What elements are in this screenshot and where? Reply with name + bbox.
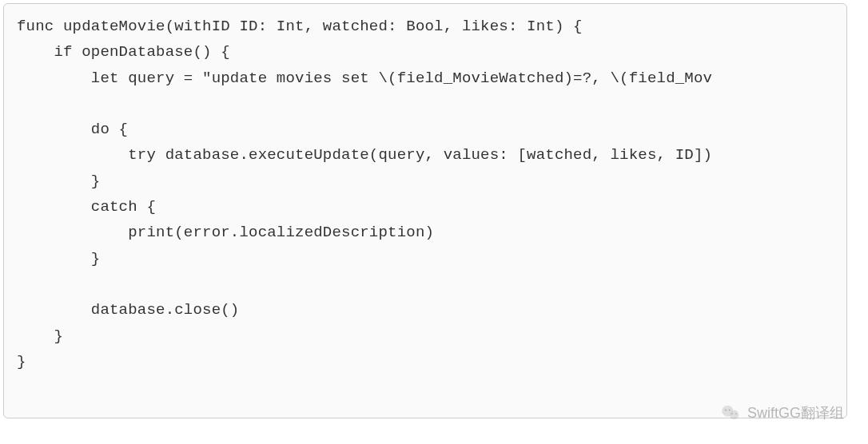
watermark-text: SwiftGG翻译组	[747, 403, 844, 422]
code-line: database.close()	[17, 301, 239, 319]
code-line: print(error.localizedDescription)	[17, 224, 434, 241]
svg-point-2	[725, 409, 727, 410]
code-line: catch {	[17, 198, 156, 216]
code-line: }	[17, 250, 100, 268]
code-content: func updateMovie(withID ID: Int, watched…	[17, 14, 834, 375]
wechat-icon	[720, 402, 743, 424]
svg-point-4	[731, 413, 733, 414]
code-line: }	[17, 172, 100, 190]
code-line: let query = "update movies set \(field_M…	[17, 69, 712, 87]
code-line: }	[17, 327, 63, 345]
code-line: do {	[17, 121, 128, 138]
code-block-container: func updateMovie(withID ID: Int, watched…	[3, 3, 847, 418]
code-line: }	[17, 353, 26, 371]
watermark: SwiftGG翻译组	[720, 402, 844, 424]
svg-point-3	[729, 409, 731, 410]
code-line: func updateMovie(withID ID: Int, watched…	[17, 18, 583, 35]
code-line: try database.executeUpdate(query, values…	[17, 146, 712, 164]
code-line: if openDatabase() {	[17, 43, 230, 61]
svg-point-1	[730, 410, 739, 420]
svg-point-5	[735, 413, 737, 414]
